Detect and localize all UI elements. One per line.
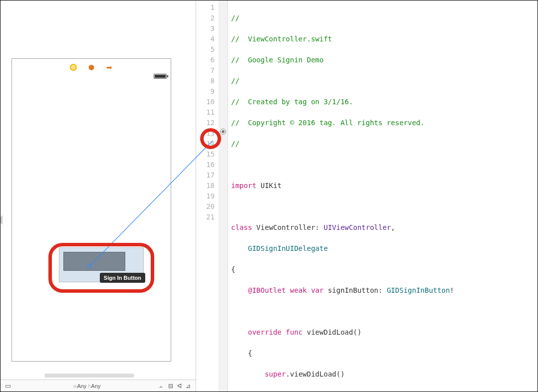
interface-builder-panel[interactable]: ⬢ ➡ Sign In Button ▭ wAny hAny ⫠ ⊟ ᐊ ⊿ xyxy=(0,0,196,392)
first-responder-icon[interactable]: ⬢ xyxy=(87,63,95,71)
exit-icon[interactable]: ➡ xyxy=(105,63,113,71)
align-tool-icon[interactable]: ⫠ xyxy=(158,383,164,390)
code-comment: // xyxy=(231,77,240,85)
code-keyword: func xyxy=(286,328,303,336)
storyboard-canvas[interactable]: ⬢ ➡ Sign In Button xyxy=(11,58,171,362)
signin-button-inner xyxy=(63,252,125,271)
code-indent xyxy=(231,370,265,378)
code-indent xyxy=(231,244,248,252)
code-brace: { xyxy=(231,265,235,273)
resolve-tool-icon[interactable]: ᐊ xyxy=(177,383,182,390)
element-tooltip: Sign In Button xyxy=(100,273,145,283)
code-keyword: weak xyxy=(290,286,307,294)
code-type: GIDSignInButton xyxy=(387,286,450,294)
code-comment: // ViewController.swift xyxy=(231,35,332,43)
code-comment: // Copyright © 2016 tag. All rights rese… xyxy=(231,119,425,127)
size-class-control[interactable]: wAny hAny xyxy=(15,383,158,389)
resize-tool-icon[interactable]: ⊿ xyxy=(186,383,191,390)
code-comment: // xyxy=(231,14,240,22)
scene-back-arrow-icon[interactable] xyxy=(0,215,2,225)
signin-button-view[interactable]: Sign In Button xyxy=(59,247,144,282)
code-comment: // Google Signin Demo xyxy=(231,56,323,64)
source-editor[interactable]: 1234567 891011121314 15161718192021 // /… xyxy=(196,0,538,392)
editor-ribbon xyxy=(219,0,228,392)
files-owner-icon[interactable] xyxy=(69,63,77,71)
code-identifier: signInButton: xyxy=(328,286,383,294)
document-outline-toggle-icon[interactable]: ▭ xyxy=(0,382,15,390)
code-keyword: super xyxy=(265,370,285,378)
code-type: GIDSignInUIDelegate xyxy=(248,244,328,252)
code-type: UIViewController xyxy=(323,223,391,231)
line-number-gutter: 1234567 891011121314 15161718192021 xyxy=(196,0,219,392)
code-call: .viewDidLoad() xyxy=(286,370,345,378)
code-keyword: var xyxy=(311,286,323,294)
code-identifier: viewDidLoad() xyxy=(307,328,362,336)
code-keyword: override xyxy=(248,328,281,336)
code-punct: ! xyxy=(450,286,454,294)
battery-icon xyxy=(154,74,167,79)
scene-dock: ⬢ ➡ xyxy=(12,61,171,74)
code-identifier: ViewController: xyxy=(257,223,319,231)
code-indent xyxy=(231,328,248,336)
code-area[interactable]: // // ViewController.swift // Google Sig… xyxy=(228,0,454,392)
pin-tool-icon[interactable]: ⊟ xyxy=(168,383,173,390)
code-module: UIKit xyxy=(261,182,281,190)
code-comment: // xyxy=(231,140,240,148)
code-keyword: class xyxy=(231,223,252,231)
code-punct: , xyxy=(391,223,395,231)
code-keyword: import xyxy=(231,182,257,190)
code-brace: { xyxy=(231,349,252,357)
code-indent xyxy=(231,286,248,294)
code-attribute: @IBOutlet xyxy=(248,286,286,294)
code-comment: // Created by tag on 3/1/16. xyxy=(231,98,353,106)
canvas-bottom-bar: ▭ wAny hAny ⫠ ⊟ ᐊ ⊿ xyxy=(0,380,196,392)
outlet-connection-dot-icon[interactable] xyxy=(220,129,226,135)
horizontal-scrollbar[interactable] xyxy=(44,374,134,378)
